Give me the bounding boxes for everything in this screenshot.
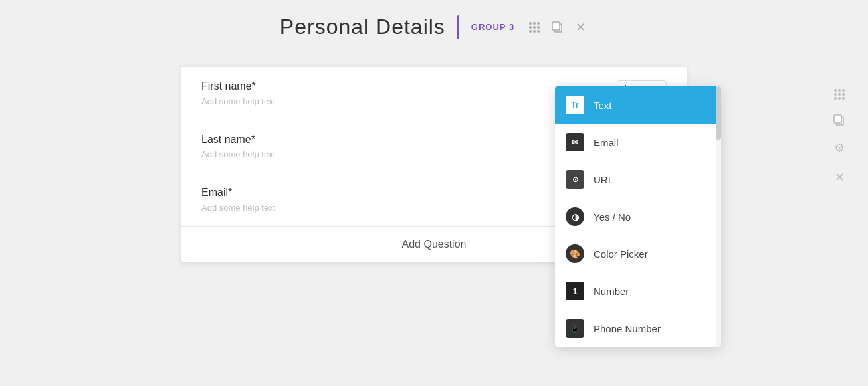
right-panel: ⚙ ✕ — [831, 86, 848, 187]
dropdown-item-email[interactable]: ✉ Email — [555, 124, 721, 161]
right-close-button[interactable]: ✕ — [832, 167, 847, 187]
group-label: GROUP 3 — [471, 22, 514, 32]
header-close-button[interactable]: ✕ — [573, 17, 588, 37]
email-type-label: Email — [594, 137, 619, 148]
url-type-icon: ⊙ — [566, 170, 584, 189]
add-question-button[interactable]: Add Question — [402, 239, 467, 250]
svg-rect-3 — [834, 115, 841, 123]
dropdown-item-number[interactable]: 1 Number — [555, 272, 721, 310]
type-dropdown-menu: Tr Text ✉ Email ⊙ URL ◑ Yes / No 🎨 Color… — [555, 86, 721, 347]
url-type-label: URL — [594, 174, 613, 185]
text-type-label: Text — [594, 100, 612, 111]
yesno-type-label: Yes / No — [594, 211, 631, 223]
dropdown-item-yesno[interactable]: ◑ Yes / No — [555, 198, 721, 235]
header-copy-button[interactable] — [549, 19, 566, 36]
page-header: Personal Details GROUP 3 ✕ — [0, 0, 868, 47]
dropdown-item-url[interactable]: ⊙ URL — [555, 161, 721, 198]
email-type-icon: ✉ — [566, 133, 584, 151]
phone-type-label: Phone Number — [594, 323, 661, 334]
dropdown-item-colorpicker[interactable]: 🎨 Color Picker — [555, 235, 721, 272]
yesno-type-icon: ◑ — [566, 207, 584, 226]
number-type-icon: 1 — [566, 282, 584, 300]
number-type-label: Number — [594, 286, 629, 297]
main-area: Personal Details GROUP 3 ✕ — [0, 0, 868, 276]
header-divider — [457, 15, 459, 39]
header-grid-icon[interactable] — [526, 19, 542, 35]
text-type-icon: Tr — [566, 96, 584, 114]
svg-rect-1 — [552, 22, 560, 30]
right-copy-button[interactable] — [831, 112, 848, 129]
dropdown-scrollbar[interactable] — [716, 86, 721, 347]
page-title: Personal Details — [280, 15, 445, 39]
right-gear-button[interactable]: ⚙ — [831, 138, 847, 158]
header-actions: ✕ — [526, 17, 588, 37]
dropdown-item-text[interactable]: Tr Text — [555, 86, 721, 124]
dropdown-item-phonenumber[interactable]: 📱 Phone Number — [555, 310, 721, 347]
colorpicker-type-icon: 🎨 — [566, 244, 584, 263]
colorpicker-type-label: Color Picker — [594, 248, 648, 260]
phone-type-icon: 📱 — [566, 319, 584, 338]
dropdown-scrollbar-thumb — [716, 86, 721, 140]
right-grid-icon[interactable] — [831, 86, 847, 102]
